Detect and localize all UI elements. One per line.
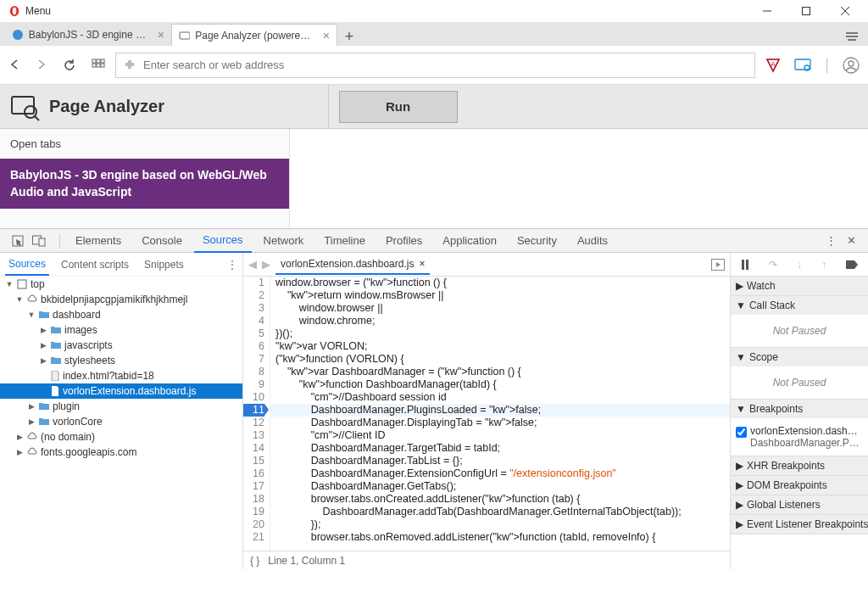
editor-tab[interactable]: vorlonExtension.dashboard.js× <box>275 255 430 275</box>
sources-tab[interactable]: Sources <box>5 254 49 276</box>
file-icon <box>51 386 59 396</box>
panel-elements[interactable]: Elements <box>67 229 130 252</box>
pause-icon[interactable] <box>741 260 749 270</box>
scope-section[interactable]: ▼Scope <box>731 348 868 366</box>
speed-dial-icon[interactable] <box>92 59 105 72</box>
frame-icon <box>17 279 27 289</box>
tree-stylesheets[interactable]: ▶stylesheets <box>0 353 242 368</box>
minimize-button[interactable] <box>748 0 787 22</box>
dom-breakpoints-section[interactable]: ▶DOM Breakpoints <box>731 476 868 495</box>
close-tab-icon[interactable]: × <box>323 29 330 42</box>
panel-sources[interactable]: Sources <box>194 228 252 253</box>
close-tab-icon[interactable]: × <box>158 28 164 42</box>
panel-security[interactable]: Security <box>509 229 565 252</box>
file-tree: ▼top ▼bkbidelpnjiapcgpjamikifkhjkhmejl ▼… <box>0 277 242 569</box>
tree-vorloncore[interactable]: ▶vorlonCore <box>0 414 242 429</box>
event-listener-bp-section[interactable]: ▶Event Listener Breakpoints <box>731 515 868 534</box>
callstack-section[interactable]: ▼Call Stack <box>731 296 868 315</box>
svg-rect-12 <box>97 59 100 63</box>
tree-images[interactable]: ▶images <box>0 322 242 338</box>
watch-section[interactable]: ▶Watch <box>731 277 868 295</box>
svg-line-24 <box>35 116 39 120</box>
maximize-button[interactable] <box>787 0 826 22</box>
tree-index[interactable]: index.html?tabid=18 <box>0 368 242 383</box>
cloud-icon <box>27 294 37 305</box>
tree-selected-file[interactable]: vorlonExtension.dashboard.js <box>0 383 242 399</box>
new-tab-button[interactable]: + <box>337 28 361 46</box>
xhr-breakpoints-section[interactable]: ▶XHR Breakpoints <box>731 456 868 475</box>
tree-fonts[interactable]: ▶fonts.googleapis.com <box>0 445 242 460</box>
open-tab-row[interactable]: BabylonJS - 3D engine based on WebGL/Web… <box>0 159 289 209</box>
folder-icon <box>39 402 49 411</box>
breakpoints-section[interactable]: ▼Breakpoints <box>731 400 868 418</box>
tab-label: Page Analyzer (powered by <box>195 30 313 42</box>
run-button[interactable]: Run <box>339 91 458 123</box>
global-listeners-section[interactable]: ▶Global Listeners <box>731 495 868 514</box>
tab-page-analyzer[interactable]: Page Analyzer (powered by × <box>171 24 337 46</box>
panel-timeline[interactable]: Timeline <box>315 229 374 252</box>
window-titlebar: Menu <box>0 0 868 22</box>
svg-rect-14 <box>92 64 96 67</box>
sync-icon[interactable] <box>794 59 811 72</box>
address-input[interactable] <box>143 59 748 71</box>
devtools-panel-bar: Elements Console Sources Network Timelin… <box>0 228 868 253</box>
tree-top[interactable]: ▼top <box>0 277 242 292</box>
opera-logo-icon <box>8 5 20 17</box>
svg-rect-13 <box>101 59 104 63</box>
open-tabs-heading: Open tabs <box>0 129 289 159</box>
svg-point-21 <box>849 61 854 66</box>
devtools-body: Sources Content scripts Snippets ⋮ ▼top … <box>0 253 868 569</box>
folder-icon <box>51 341 61 350</box>
content-scripts-tab[interactable]: Content scripts <box>58 255 132 275</box>
panel-network[interactable]: Network <box>255 229 313 252</box>
cloud-icon <box>27 447 37 457</box>
panel-application[interactable]: Application <box>434 229 505 252</box>
svg-rect-15 <box>97 64 100 67</box>
device-toggle-icon[interactable] <box>32 235 46 247</box>
back-button[interactable] <box>8 59 20 72</box>
svg-rect-30 <box>742 260 744 270</box>
close-window-button[interactable] <box>826 0 865 22</box>
svg-rect-11 <box>92 59 96 63</box>
tree-dashboard[interactable]: ▼dashboard <box>0 307 242 322</box>
panel-profiles[interactable]: Profiles <box>377 229 431 252</box>
nav-back-icon[interactable]: ◀ <box>248 258 257 271</box>
code-area[interactable]: window.browser = ("kw">function () { "kw… <box>270 277 730 551</box>
more-icon[interactable]: ⋮ <box>826 234 837 247</box>
inspect-icon[interactable] <box>12 235 24 247</box>
folder-icon <box>51 356 61 365</box>
run-snippet-icon[interactable] <box>711 259 725 271</box>
tree-extension[interactable]: ▼bkbidelpnjiapcgpjamikifkhjkhmejl <box>0 292 242 307</box>
panel-audits[interactable]: Audits <box>569 229 616 252</box>
nav-fwd-icon[interactable]: ▶ <box>262 258 270 271</box>
address-bar[interactable] <box>115 53 755 78</box>
favicon-icon <box>179 30 190 42</box>
close-devtools-icon[interactable]: ✕ <box>847 234 856 247</box>
svg-rect-31 <box>746 260 748 270</box>
pretty-print-icon[interactable]: { } <box>250 555 259 567</box>
svg-rect-3 <box>803 8 810 15</box>
more-icon[interactable]: ⋮ <box>227 259 237 271</box>
breakpoint-item[interactable]: vorlonExtension.dashboard DashboardManag… <box>736 423 863 450</box>
svg-rect-16 <box>101 64 104 67</box>
snippets-tab[interactable]: Snippets <box>141 255 187 275</box>
forward-button[interactable] <box>36 59 47 72</box>
tree-plugin[interactable]: ▶plugin <box>0 399 242 414</box>
step-over-icon[interactable]: ↷ <box>769 259 777 271</box>
deactivate-bp-icon[interactable] <box>846 260 858 269</box>
reload-button[interactable] <box>63 59 76 72</box>
adblock-icon[interactable]: A <box>765 58 781 73</box>
page-analyzer-body: Open tabs BabylonJS - 3D engine based on… <box>0 129 868 228</box>
breakpoint-checkbox[interactable] <box>736 427 747 438</box>
tab-babylonjs[interactable]: BabylonJS - 3D engine bas × <box>5 24 171 46</box>
tree-no-domain[interactable]: ▶(no domain) <box>0 429 242 445</box>
code-editor: ◀ ▶ vorlonExtension.dashboard.js× 123456… <box>243 253 731 569</box>
tree-javascripts[interactable]: ▶javascripts <box>0 338 242 353</box>
profile-icon[interactable] <box>843 57 860 74</box>
svg-rect-27 <box>39 238 45 246</box>
easy-setup-icon[interactable] <box>836 27 868 46</box>
step-into-icon[interactable]: ↓ <box>797 259 802 271</box>
panel-console[interactable]: Console <box>133 229 191 252</box>
step-out-icon[interactable]: ↑ <box>821 259 826 271</box>
close-file-icon[interactable]: × <box>419 258 425 270</box>
